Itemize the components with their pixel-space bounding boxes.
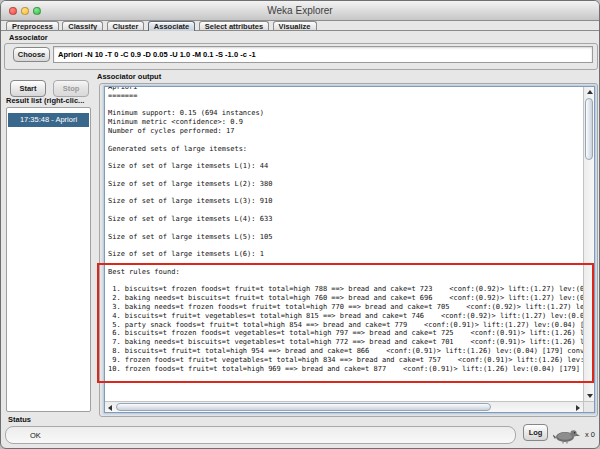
tab-visualize[interactable]: Visualize [273, 21, 317, 31]
tab-classify[interactable]: Classify [62, 21, 103, 31]
vertical-scrollbar[interactable] [583, 87, 594, 401]
tab-associate[interactable]: Associate [148, 21, 195, 31]
weka-bird-icon [553, 426, 581, 444]
output-viewport: Apriori ======= Minimum support: 0.15 (6… [105, 87, 583, 401]
horizontal-scrollbar[interactable] [105, 401, 583, 412]
status-section-label: Status [8, 415, 31, 424]
associator-config-field[interactable] [53, 46, 593, 63]
associator-section-label: Associator [9, 33, 48, 42]
scroll-right-icon[interactable] [576, 405, 580, 411]
tab-preprocess[interactable]: Preprocess [6, 21, 59, 31]
stop-button[interactable]: Stop [53, 80, 89, 97]
result-list-item[interactable]: 17:35:48 - Apriori [8, 113, 89, 127]
start-button[interactable]: Start [10, 80, 46, 97]
tab-select-attributes[interactable]: Select attributes [199, 21, 269, 31]
scroll-up-icon[interactable] [587, 90, 593, 94]
scroll-left-icon[interactable] [108, 405, 112, 411]
horizontal-scrollbar-thumb[interactable] [116, 403, 491, 411]
bird-run-counter: x 0 [585, 430, 595, 439]
tab-bar: Preprocess Classify Cluster Associate Se… [1, 21, 599, 31]
log-button[interactable]: Log [523, 424, 548, 441]
choose-button[interactable]: Choose [13, 47, 50, 62]
scroll-down-icon[interactable] [587, 394, 593, 398]
window-title: Weka Explorer [1, 5, 599, 16]
result-list[interactable]: 17:35:48 - Apriori [6, 107, 91, 412]
tab-cluster[interactable]: Cluster [107, 21, 145, 31]
output-scroll-pane[interactable]: Apriori ======= Minimum support: 0.15 (6… [104, 86, 595, 413]
weka-explorer-window: Weka Explorer Preprocess Classify Cluste… [0, 0, 600, 449]
vertical-scrollbar-thumb[interactable] [585, 98, 593, 160]
result-list-label: Result list (right-clic... [6, 96, 84, 105]
status-message: OK [5, 426, 516, 444]
title-bar: Weka Explorer [1, 1, 599, 21]
scrollbar-corner [583, 401, 594, 412]
associator-output-text: Apriori ======= Minimum support: 0.15 (6… [108, 87, 583, 373]
associator-output-label: Associator output [97, 72, 161, 81]
